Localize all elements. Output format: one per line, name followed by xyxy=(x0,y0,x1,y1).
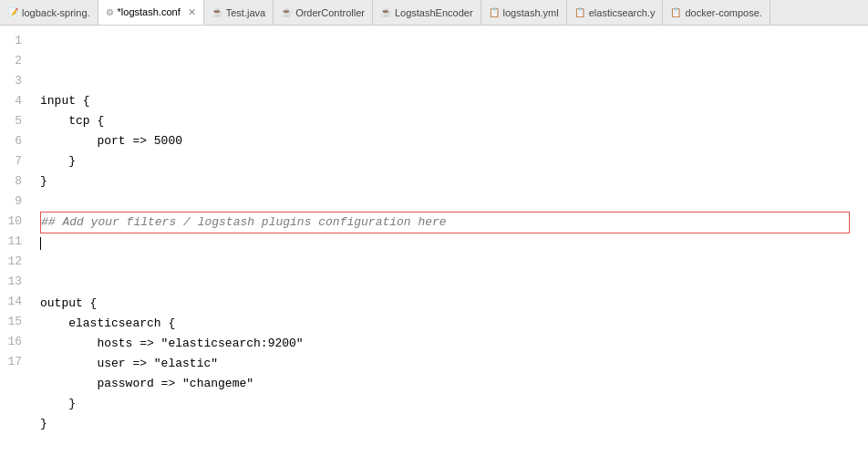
tab-logstash-conf[interactable]: ⚙*logstash.conf✕ xyxy=(98,0,204,25)
line-number-8: 8 xyxy=(0,171,22,192)
line-number-4: 4 xyxy=(0,91,22,111)
line-number-17: 17 xyxy=(0,352,22,372)
code-line-10 xyxy=(40,274,868,294)
line-number-3: 3 xyxy=(0,71,22,91)
tab-label-logstash-conf: *logstash.conf xyxy=(118,6,181,17)
line-number-11: 11 xyxy=(0,232,22,252)
tab-icon-logstash-conf: ⚙ xyxy=(106,7,114,17)
tab-icon-logback-spring: 📝 xyxy=(7,7,18,17)
tab-icon-elasticsearch-y: 📋 xyxy=(574,7,585,17)
code-line-3: port => 5000 xyxy=(40,131,868,151)
line-number-12: 12 xyxy=(0,252,22,272)
line-number-15: 15 xyxy=(0,312,22,332)
tab-label-order-controller: OrderController xyxy=(295,7,365,18)
line-number-13: 13 xyxy=(0,272,22,292)
tab-label-docker-compose: docker-compose. xyxy=(685,7,761,18)
tab-logback-spring[interactable]: 📝logback-spring. xyxy=(0,0,98,25)
tab-elasticsearch-y[interactable]: 📋elasticsearch.y xyxy=(567,0,664,25)
code-line-1: input { xyxy=(40,91,868,111)
tab-close-logstash-conf[interactable]: ✕ xyxy=(188,6,196,18)
code-line-8 xyxy=(40,233,868,254)
line-numbers: 1234567891011121314151617 xyxy=(0,26,29,456)
code-line-2: tcp { xyxy=(40,111,868,131)
editor: 1234567891011121314151617 input { tcp { … xyxy=(0,26,868,456)
tab-icon-test-java: ☕ xyxy=(212,7,222,17)
tab-icon-logstash-yml: 📋 xyxy=(489,7,500,17)
code-line-15: password => "changeme" xyxy=(40,374,868,394)
code-line-9 xyxy=(40,254,868,274)
comment-text: ## Add your filters / logstash plugins c… xyxy=(41,215,447,229)
code-line-6 xyxy=(40,192,868,212)
line-number-14: 14 xyxy=(0,292,22,312)
code-container: 1234567891011121314151617 input { tcp { … xyxy=(0,26,868,456)
tab-icon-logstash-encoder: ☕ xyxy=(380,7,391,17)
code-line-5: } xyxy=(40,171,868,192)
line-number-16: 16 xyxy=(0,332,22,352)
code-line-7: ## Add your filters / logstash plugins c… xyxy=(40,212,850,233)
code-content[interactable]: input { tcp { port => 5000 }}## Add your… xyxy=(29,26,868,456)
line-number-5: 5 xyxy=(0,111,22,131)
line-number-9: 9 xyxy=(0,192,22,212)
code-line-12: elasticsearch { xyxy=(40,314,868,334)
tab-label-logstash-yml: logstash.yml xyxy=(503,7,559,18)
line-number-6: 6 xyxy=(0,131,22,151)
code-line-14: user => "elastic" xyxy=(40,354,868,374)
tab-label-logstash-encoder: LogstashEncoder xyxy=(395,7,473,18)
tab-icon-docker-compose: 📋 xyxy=(670,7,681,17)
code-line-17: } xyxy=(40,414,868,434)
tab-label-logback-spring: logback-spring. xyxy=(22,7,90,18)
line-number-1: 1 xyxy=(0,31,22,51)
tab-test-java[interactable]: ☕Test.java xyxy=(204,0,274,25)
line-number-2: 2 xyxy=(0,51,22,71)
tab-label-test-java: Test.java xyxy=(226,7,265,18)
line-number-10: 10 xyxy=(0,212,22,232)
tab-label-elasticsearch-y: elasticsearch.y xyxy=(589,7,656,18)
code-line-11: output { xyxy=(40,294,868,314)
code-line-13: hosts => "elasticsearch:9200" xyxy=(40,334,868,354)
tab-bar: 📝logback-spring.⚙*logstash.conf✕☕Test.ja… xyxy=(0,0,868,26)
tab-order-controller[interactable]: ☕OrderController xyxy=(274,0,373,25)
code-line-16: } xyxy=(40,394,868,414)
tab-icon-order-controller: ☕ xyxy=(281,7,292,17)
code-line-4: } xyxy=(40,151,868,171)
tab-logstash-yml[interactable]: 📋logstash.yml xyxy=(481,0,567,25)
tab-docker-compose[interactable]: 📋docker-compose. xyxy=(663,0,770,25)
line-number-7: 7 xyxy=(0,151,22,171)
text-cursor xyxy=(40,237,41,250)
tab-logstash-encoder[interactable]: ☕LogstashEncoder xyxy=(373,0,481,25)
